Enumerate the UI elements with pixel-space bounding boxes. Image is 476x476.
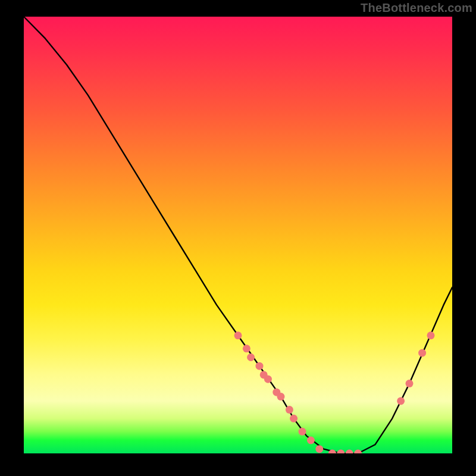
bottom-border [0,453,476,476]
data-point [256,362,264,370]
data-point [277,393,285,400]
data-point [286,406,293,414]
bottleneck-curve [24,17,452,453]
data-point [243,345,250,352]
data-point [290,415,298,422]
plot-area [24,17,452,453]
data-point [427,331,435,339]
chart-svg [24,17,452,453]
attribution-text: TheBottleneck.com [361,1,472,15]
data-point [264,375,272,383]
data-point [307,437,315,444]
data-point [247,353,255,361]
data-point [397,397,405,405]
data-point [418,349,426,357]
data-point [406,380,414,387]
chart-frame: TheBottleneck.com [0,0,476,476]
data-point [299,428,306,436]
data-point [234,331,242,339]
data-point [315,445,323,453]
